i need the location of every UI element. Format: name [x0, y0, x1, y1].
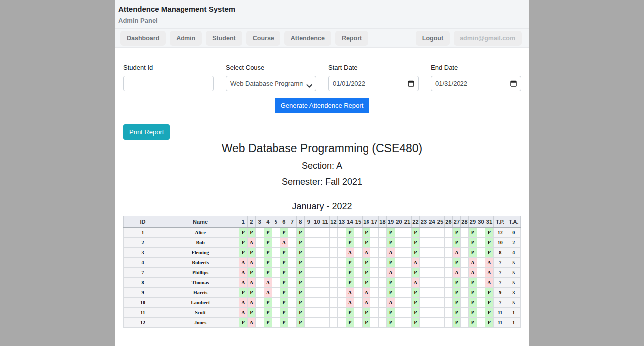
total-absent-cell: 4 — [507, 247, 520, 257]
attendance-day-cell — [395, 317, 403, 327]
attendance-day-cell — [460, 228, 469, 237]
student-name-cell: Harris — [162, 287, 239, 297]
attendance-day-cell: P — [346, 317, 354, 327]
attendance-day-cell — [256, 228, 264, 237]
attendance-day-cell: P — [362, 257, 370, 267]
attendance-day-cell: A — [453, 267, 461, 277]
attendance-day-cell — [403, 237, 412, 247]
attendance-day-cell — [321, 317, 330, 327]
attendance-day-cell: P — [264, 228, 272, 237]
attendance-day-cell — [477, 237, 485, 247]
attendance-day-cell: P — [387, 228, 395, 237]
nav-item-student[interactable]: Student — [206, 31, 242, 46]
attendance-day-cell: A — [247, 277, 256, 287]
attendance-day-cell: A — [239, 267, 248, 277]
attendance-day-cell: P — [239, 228, 248, 237]
col-header-day: 28 — [460, 216, 469, 228]
student-name-cell: Alice — [162, 228, 239, 237]
attendance-day-cell: A — [469, 267, 477, 277]
attendance-day-cell — [477, 317, 485, 327]
col-header-day: 8 — [296, 216, 305, 228]
attendance-day-cell: P — [280, 307, 288, 317]
nav-item-report[interactable]: Report — [335, 31, 368, 46]
student-id-input[interactable] — [123, 76, 214, 91]
attendance-day-cell — [321, 247, 330, 257]
attendance-day-cell — [444, 317, 453, 327]
col-header-day: 14 — [346, 216, 354, 228]
attendance-day-cell: P — [239, 237, 248, 247]
attendance-day-cell — [256, 277, 264, 287]
student-id-cell: 2 — [124, 237, 162, 247]
attendance-day-cell — [444, 307, 453, 317]
print-report-button[interactable]: Print Report — [123, 124, 170, 140]
student-id-cell: 9 — [124, 287, 162, 297]
attendance-day-cell: P — [362, 317, 370, 327]
total-absent-cell: 5 — [507, 267, 520, 277]
col-header-day: 19 — [387, 216, 395, 228]
course-select[interactable]: Web Database Programming — [226, 76, 316, 91]
attendance-day-cell: A — [247, 257, 256, 267]
col-header-day: 9 — [305, 216, 313, 228]
attendance-day-cell: P — [346, 237, 354, 247]
attendance-day-cell: A — [469, 257, 477, 267]
attendance-day-cell — [338, 307, 346, 317]
attendance-day-cell — [436, 297, 445, 307]
attendance-day-cell — [420, 307, 428, 317]
attendance-day-cell — [444, 247, 453, 257]
total-absent-cell: 1 — [507, 307, 520, 317]
attendance-day-cell: P — [247, 267, 256, 277]
attendance-day-cell — [354, 297, 363, 307]
attendance-day-cell: A — [346, 287, 354, 297]
attendance-day-cell — [378, 247, 387, 257]
attendance-day-cell — [444, 237, 453, 247]
attendance-day-cell: P — [411, 228, 420, 237]
col-header-day: 3 — [256, 216, 264, 228]
nav-item-attendence[interactable]: Attendence — [284, 31, 331, 46]
attendance-day-cell — [338, 237, 346, 247]
attendance-day-cell: A — [485, 267, 494, 277]
attendance-day-cell: P — [296, 237, 305, 247]
total-present-cell: 7 — [493, 297, 507, 307]
attendance-day-cell — [321, 237, 330, 247]
logout-button[interactable]: Logout — [416, 31, 450, 46]
attendance-day-cell — [460, 237, 469, 247]
attendance-day-cell — [305, 277, 313, 287]
total-present-cell: 10 — [493, 237, 507, 247]
attendance-day-cell: P — [346, 257, 354, 267]
attendance-day-cell: P — [362, 237, 370, 247]
attendance-day-cell — [477, 307, 485, 317]
attendance-day-cell — [256, 317, 264, 327]
attendance-day-cell — [460, 257, 469, 267]
attendance-day-cell — [477, 267, 485, 277]
nav-item-dashboard[interactable]: Dashboard — [120, 31, 166, 46]
attendance-day-cell: A — [280, 237, 288, 247]
attendance-day-cell: A — [362, 297, 370, 307]
attendance-day-cell — [256, 247, 264, 257]
attendance-day-cell — [395, 237, 403, 247]
attendance-day-cell — [444, 277, 453, 287]
table-row: 7PhillipsAPPPPPPAPAAA75 — [124, 267, 521, 277]
attendance-day-cell — [477, 228, 485, 237]
generate-report-button[interactable]: Generate Attendence Report — [275, 98, 370, 113]
attendance-day-cell: P — [485, 247, 494, 257]
end-date-input[interactable] — [431, 76, 521, 91]
attendance-day-cell — [329, 228, 338, 237]
attendance-day-cell: A — [387, 247, 395, 257]
attendance-day-cell — [354, 257, 363, 267]
attendance-day-cell — [354, 247, 363, 257]
attendance-day-cell — [288, 228, 297, 237]
attendance-day-cell: P — [387, 307, 395, 317]
attendance-day-cell — [460, 317, 469, 327]
page-header: Attendence Management System Admin Panel — [115, 0, 529, 29]
nav-item-admin[interactable]: Admin — [170, 31, 202, 46]
nav-item-course[interactable]: Course — [246, 31, 280, 46]
col-header-day: 29 — [469, 216, 477, 228]
attendance-day-cell: A — [485, 257, 494, 267]
start-date-input[interactable] — [328, 76, 419, 91]
attendance-day-cell: A — [239, 307, 248, 317]
attendance-day-cell — [272, 247, 280, 257]
attendance-day-cell: P — [453, 307, 461, 317]
attendance-day-cell — [305, 267, 313, 277]
attendance-day-cell: P — [296, 297, 305, 307]
attendance-day-cell: P — [296, 317, 305, 327]
